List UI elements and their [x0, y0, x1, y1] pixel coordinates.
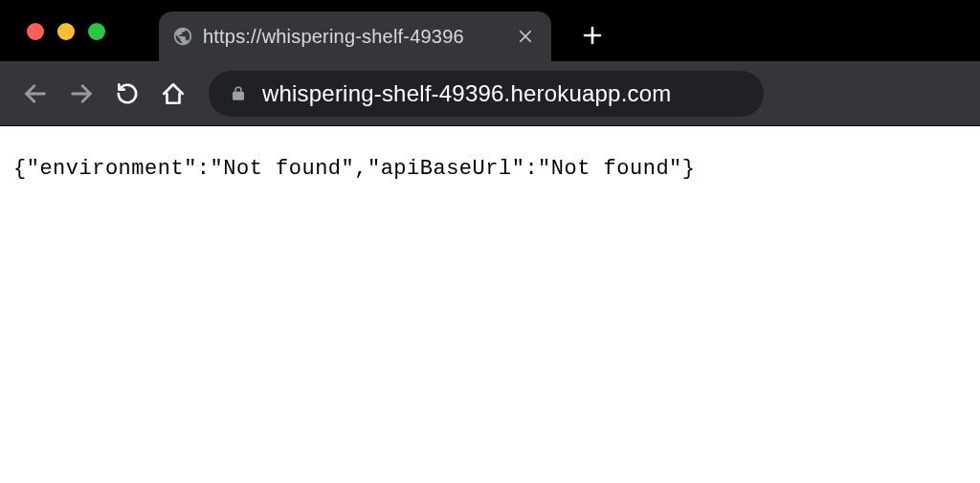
page-body-text: {"environment":"Not found","apiBaseUrl":… [0, 126, 980, 211]
tab-close-button[interactable] [517, 28, 534, 45]
browser-tab-strip: https://whispering-shelf-49396 [0, 0, 980, 61]
browser-toolbar: whispering-shelf-49396.herokuapp.com [0, 61, 980, 126]
tab-title: https://whispering-shelf-49396 [203, 26, 500, 48]
window-close-button[interactable] [27, 23, 44, 40]
window-maximize-button[interactable] [88, 23, 105, 40]
new-tab-button[interactable] [578, 21, 607, 50]
home-button[interactable] [153, 74, 193, 114]
browser-tab[interactable]: https://whispering-shelf-49396 [159, 11, 551, 61]
window-minimize-button[interactable] [57, 23, 75, 40]
globe-icon [172, 26, 193, 47]
back-button[interactable] [15, 74, 56, 114]
lock-icon [230, 85, 247, 102]
url-text: whispering-shelf-49396.herokuapp.com [262, 80, 671, 107]
forward-button[interactable] [61, 74, 101, 114]
reload-button[interactable] [107, 74, 147, 114]
window-controls [27, 23, 105, 40]
address-bar[interactable]: whispering-shelf-49396.herokuapp.com [209, 71, 764, 117]
